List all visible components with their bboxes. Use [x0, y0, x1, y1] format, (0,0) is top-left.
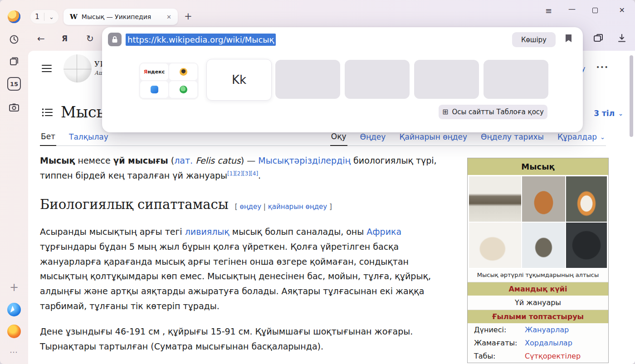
- wikipedia-logo[interactable]: [64, 54, 92, 83]
- empty-tile-2[interactable]: [345, 60, 410, 99]
- ref-4[interactable]: [4]: [250, 170, 258, 176]
- article-body: Мысық немесе үй мысығы (лат. Felis catus…: [40, 153, 456, 364]
- status-header: Амандық күйі: [468, 282, 608, 296]
- language-count: 3 тіл: [594, 109, 615, 118]
- copy-url-button[interactable]: Көшіру: [512, 32, 556, 47]
- cat-photo-3[interactable]: [566, 176, 607, 222]
- intro-text-1: немесе: [75, 155, 113, 165]
- intro-text-3: ) —: [241, 155, 259, 165]
- intro-paragraph: Мысық немесе үй мысығы (лат. Felis catus…: [40, 153, 456, 183]
- language-selector[interactable]: 3 тіл ⌄: [594, 109, 623, 118]
- window-menu-icon[interactable]: ≡: [545, 6, 552, 15]
- intro-text-2: (: [168, 155, 174, 165]
- felidae-link[interactable]: Мысықтәрізділердің: [258, 155, 351, 165]
- libyan-cat-link[interactable]: ливиялық: [185, 227, 230, 237]
- latin-link[interactable]: лат.: [174, 155, 193, 165]
- ref-1[interactable]: [1]: [227, 170, 235, 176]
- tab-edit[interactable]: Өңдеу: [359, 132, 387, 146]
- tab-tools[interactable]: Құралдар ⌄: [557, 132, 606, 146]
- para1-text-c: тұрғындары бұдан 5 мың жыл бұрын қолға ү…: [40, 242, 431, 311]
- chevron-down-icon: ⌄: [49, 14, 54, 20]
- window-close-icon[interactable]: ✕: [619, 6, 625, 15]
- screenshot-icon[interactable]: [6, 100, 22, 115]
- ref-2[interactable]: [2]: [235, 170, 243, 176]
- tab-bar: 1 ⌄ W Мысық — Уикипедия ✕ + ≡ — ✕: [28, 0, 635, 25]
- tab-talk[interactable]: Талқылау: [68, 132, 109, 146]
- tab-count-badge[interactable]: 15: [7, 77, 21, 91]
- browser-window: 15 + ⋯ 1 ⌄ W Мысық — Уикипедия ✕ + ≡ — ✕…: [0, 0, 635, 364]
- tabs-panel-icon[interactable]: [6, 53, 22, 69]
- add-to-tableau-button[interactable]: ⊞ Осы сайтты Таблоға қосу: [439, 105, 547, 119]
- edit-bracket-close: ]: [327, 203, 332, 211]
- address-bar-input[interactable]: https://kk.wikipedia.org/wiki/Мысық: [126, 34, 276, 46]
- section-heading: Биологиялық сипаттамасы[ өңдеу | қайнары…: [40, 194, 456, 216]
- empty-tile-3[interactable]: [414, 60, 479, 99]
- page-scrollbar[interactable]: [630, 55, 633, 137]
- profile-avatar[interactable]: [8, 10, 20, 23]
- tab-close-icon[interactable]: ✕: [165, 13, 173, 21]
- ref-3[interactable]: [3]: [243, 170, 250, 176]
- tab-read[interactable]: Оқу: [330, 132, 347, 146]
- intro-bold-1: Мысық: [40, 155, 75, 165]
- chevron-down-icon: ⌄: [618, 111, 623, 116]
- tab-counter[interactable]: 1 ⌄: [30, 10, 59, 24]
- taxonomy-label: Дүниесі:: [474, 325, 525, 334]
- main-menu-icon[interactable]: [42, 64, 52, 73]
- add-to-tableau-label: Осы сайтты Таблоға қосу: [452, 108, 544, 116]
- cat-photo-grid: [468, 175, 608, 269]
- cat-photo-5[interactable]: [522, 223, 565, 268]
- yandex-browser-icon[interactable]: [7, 303, 21, 316]
- cat-photo-4[interactable]: [469, 223, 521, 268]
- edit-source-link[interactable]: қайнарын өңдеу: [268, 203, 327, 211]
- para1-text-a: Асыранды мысықтың арғы тегі: [40, 227, 185, 237]
- yandex-search-icon[interactable]: Я: [62, 34, 68, 43]
- yandex-logo-rest: ндекс: [147, 69, 165, 75]
- sidebar-add-icon[interactable]: +: [10, 281, 19, 294]
- sidebar-more-icon[interactable]: ⋯: [10, 347, 19, 357]
- edit-bracket-open: [: [235, 203, 240, 211]
- intro-dot: .: [258, 170, 261, 180]
- window-minimize-icon[interactable]: —: [568, 5, 576, 13]
- kk-wikipedia-tile[interactable]: Kk: [206, 59, 272, 101]
- paragraph-1: Асыранды мысықтың арғы тегі ливиялық мыс…: [40, 224, 456, 313]
- green-service-icon: [169, 81, 197, 98]
- edit-section-link[interactable]: өңдеу: [239, 203, 261, 211]
- para1-text-b: мысық болып саналады, оны: [230, 227, 367, 237]
- yandex-services-icon[interactable]: [7, 325, 21, 338]
- intro-bold-2: үй мысығы: [113, 155, 168, 165]
- infobox-caption: Мысық әртүрлі тұқымдарының алтысы: [468, 269, 608, 282]
- edit-separator: |: [261, 203, 268, 211]
- cat-photo-6[interactable]: [566, 223, 607, 268]
- taxonomy-header: Ғылыми топтастыруы: [468, 310, 608, 323]
- history-icon[interactable]: [6, 32, 22, 47]
- reload-icon[interactable]: ↻: [86, 33, 94, 44]
- cat-photo-1[interactable]: [469, 176, 521, 222]
- chevron-down-icon: ⌄: [600, 134, 605, 140]
- empty-tile-1[interactable]: [275, 60, 340, 99]
- bookmark-icon[interactable]: [565, 34, 572, 43]
- extensions-icon[interactable]: [593, 34, 603, 43]
- lock-icon[interactable]: [108, 33, 122, 46]
- new-tab-button[interactable]: +: [184, 11, 192, 22]
- tab-edit-source[interactable]: Қайнарын өңдеу: [398, 132, 468, 146]
- back-icon[interactable]: ←: [37, 33, 45, 44]
- active-tab[interactable]: W Мысық — Уикипедия ✕: [64, 9, 178, 25]
- africa-link[interactable]: Африка: [366, 227, 401, 237]
- tab-history[interactable]: Өңделу тарихы: [480, 132, 545, 146]
- tab-counter-divider: [44, 13, 44, 21]
- tab-page[interactable]: Бет: [40, 132, 56, 146]
- cat-photo-2[interactable]: [522, 176, 565, 222]
- kingdom-link[interactable]: Жануарлар: [525, 325, 606, 334]
- tab-counter-value: 1: [35, 13, 39, 21]
- taxonomy-label: Табы:: [474, 352, 525, 360]
- empty-tile-4[interactable]: [484, 60, 548, 99]
- contents-list-icon[interactable]: [42, 108, 53, 117]
- personal-tools-more-icon[interactable]: •••: [596, 63, 609, 71]
- yandex-logo: Яндекс: [140, 63, 168, 80]
- phylum-link[interactable]: Хордалылар: [525, 339, 606, 347]
- yandex-services-tile[interactable]: Яндекс: [139, 63, 198, 99]
- class-redlink[interactable]: Сүтқоректілер: [525, 352, 606, 360]
- window-maximize-icon[interactable]: [592, 8, 598, 13]
- downloads-icon[interactable]: [617, 33, 627, 43]
- yandex-logo-ya: Я: [144, 69, 147, 75]
